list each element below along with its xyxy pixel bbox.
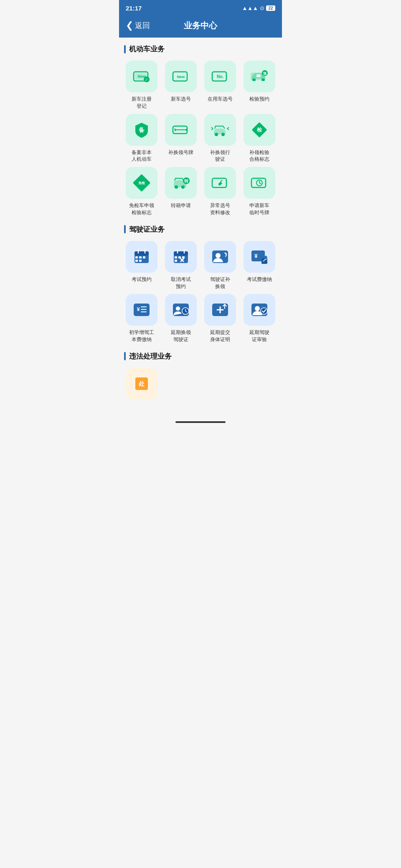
exam-appt-icon-box — [126, 241, 157, 273]
replace-plate-item[interactable]: 补换领号牌 — [163, 114, 198, 163]
temp-plate-icon-box — [244, 167, 275, 199]
violation-item-1[interactable]: 处 — [124, 368, 159, 403]
cancel-exam-item[interactable]: 取消考试预约 — [163, 241, 198, 290]
home-indicator — [175, 421, 226, 423]
violation-icon-svg: 处 — [132, 374, 151, 393]
clock-plate-icon — [250, 173, 269, 192]
transfer-reg-icon-box: 转 — [165, 167, 197, 199]
inspection-appt-label: 检验预约 — [249, 96, 269, 103]
svg-text:转: 转 — [184, 179, 189, 183]
svg-point-17 — [221, 133, 225, 136]
inspection-appt-icon-box: 预 — [244, 61, 275, 92]
new-car-register-label: 新车注册登记 — [132, 96, 152, 110]
svg-rect-37 — [135, 260, 138, 262]
renew-dl-item[interactable]: 延期换领驾驶证 — [163, 294, 198, 343]
exam-appt-label: 考试预约 — [132, 276, 152, 283]
replace-inspection-item[interactable]: 检 补领检验合格标志 — [242, 114, 277, 163]
temp-plate-label: 申请新车临时号牌 — [249, 202, 269, 216]
violation-icon-1: 处 — [126, 368, 157, 400]
renew-dl-label: 延期换领驾驶证 — [171, 329, 191, 343]
extend-review-item[interactable]: 延期驾驶证审验 — [242, 294, 277, 343]
cancel-exam-icon-box — [165, 241, 197, 273]
svg-point-22 — [175, 185, 178, 189]
used-car-select-label: 在用车选号 — [208, 96, 233, 103]
replace-plate-label: 补换领号牌 — [168, 149, 193, 156]
replace-dl-label: 驾驶证补换领 — [210, 276, 230, 290]
arrows-plate-icon — [171, 120, 190, 139]
svg-text:¥: ¥ — [137, 306, 140, 312]
record-vehicle-icon-box: 备 — [126, 114, 157, 146]
car-arrows-icon — [211, 120, 230, 139]
section-bar — [124, 45, 126, 53]
svg-text:New: New — [177, 75, 185, 79]
inspection-appt-item[interactable]: 预 检验预约 — [242, 61, 277, 110]
svg-point-52 — [216, 253, 221, 258]
section-bar-2 — [124, 225, 126, 233]
new-car-select-item[interactable]: New 新车选号 — [163, 61, 198, 110]
signal-icon: ▲▲▲ — [242, 5, 258, 11]
svg-text:免检: 免检 — [138, 181, 145, 185]
temp-plate-item[interactable]: 申请新车临时号牌 — [242, 167, 277, 216]
wifi-icon: ⊙ — [260, 5, 264, 11]
driving-license-title: 驾驶证业务 — [124, 225, 277, 234]
cancel-exam-label: 取消考试预约 — [171, 276, 191, 290]
replace-plate-icon-box — [165, 114, 197, 146]
person-refresh-icon — [211, 247, 230, 266]
svg-rect-46 — [175, 260, 177, 262]
svg-rect-56 — [261, 258, 267, 264]
new-car-select-icon-box: New — [165, 61, 197, 92]
yen-edit-icon: ¥ — [250, 247, 269, 266]
car-transfer-icon: 转 — [171, 173, 190, 192]
record-vehicle-item[interactable]: 备 备案非本人机动车 — [124, 114, 159, 163]
renew-dl-icon-box — [165, 294, 197, 326]
motor-vehicle-title: 机动车业务 — [124, 44, 277, 54]
status-icons: ▲▲▲ ⊙ 22 — [242, 5, 275, 11]
battery-indicator: 22 — [266, 5, 275, 11]
learner-fee-icon-box: ¥ — [126, 294, 157, 326]
no-plate-icon: No. — [211, 67, 230, 86]
svg-point-23 — [181, 185, 185, 189]
replace-inspection-icon-box: 检 — [244, 114, 275, 146]
exempt-diamond-icon: 免检 — [132, 173, 151, 192]
person-check-icon — [250, 300, 269, 319]
extend-review-label: 延期驾驶证审验 — [249, 329, 269, 343]
exam-appt-item[interactable]: 考试预约 — [124, 241, 159, 290]
svg-rect-33 — [135, 251, 149, 256]
motor-vehicle-section: 机动车业务 New ✓ 新车注册登记 — [124, 44, 277, 216]
motor-vehicle-grid: New ✓ 新车注册登记 New 新车选号 — [124, 61, 277, 216]
svg-text:预: 预 — [263, 72, 267, 76]
svg-rect-44 — [178, 256, 181, 258]
svg-rect-38 — [139, 260, 142, 262]
svg-rect-35 — [139, 256, 142, 258]
back-button[interactable]: ❮ 返回 — [126, 20, 150, 31]
new-plate-icon: New — [171, 67, 190, 86]
abnormal-select-icon-box — [204, 167, 236, 199]
new-car-register-icon-box: New ✓ — [126, 61, 157, 92]
svg-rect-34 — [135, 256, 138, 258]
svg-line-31 — [259, 183, 261, 184]
replace-dl-icon-box — [204, 241, 236, 273]
replace-license-item[interactable]: 补换领行驶证 — [203, 114, 238, 163]
learner-fee-item[interactable]: ¥ 初学增驾工本费缴纳 — [124, 294, 159, 343]
extend-physical-item[interactable]: 延期提交身体证明 — [203, 294, 238, 343]
replace-license-icon-box — [204, 114, 236, 146]
extend-review-icon-box — [244, 294, 275, 326]
violation-title: 违法处理业务 — [124, 352, 277, 361]
new-car-register-item[interactable]: New ✓ 新车注册登记 — [124, 61, 159, 110]
abnormal-select-item[interactable]: 异常选号资料修改 — [203, 167, 238, 216]
record-vehicle-label: 备案非本人机动车 — [132, 149, 152, 163]
status-bar: 21:17 ▲▲▲ ⊙ 22 — [119, 0, 282, 15]
back-chevron-icon: ❮ — [126, 20, 133, 31]
svg-text:处: 处 — [138, 380, 145, 387]
transfer-reg-item[interactable]: 转 转籍申请 — [163, 167, 198, 216]
svg-rect-36 — [143, 256, 145, 258]
svg-line-27 — [221, 180, 222, 182]
exempt-inspection-item[interactable]: 免检 免检车申领检验标志 — [124, 167, 159, 216]
svg-point-74 — [255, 306, 260, 311]
car-search-icon: 预 — [250, 67, 269, 86]
used-car-select-item[interactable]: No. 在用车选号 — [203, 61, 238, 110]
new-plate-check-icon: New ✓ — [132, 67, 151, 86]
person-clock-icon — [171, 300, 190, 319]
exam-fee-item[interactable]: ¥ 考试费缴纳 — [242, 241, 277, 290]
replace-dl-item[interactable]: 驾驶证补换领 — [203, 241, 238, 290]
